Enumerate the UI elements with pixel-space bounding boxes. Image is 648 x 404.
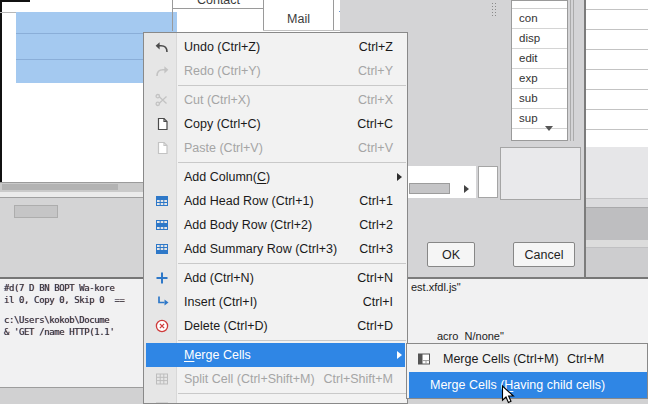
dialog-hscroll-thumb[interactable]: [409, 183, 450, 194]
menu-item-shortcut: Ctrl+X: [358, 93, 393, 107]
menu-item-insert[interactable]: Insert (Ctrl+I)Ctrl+I: [146, 290, 405, 314]
add-head-row-icon: [146, 193, 178, 209]
menu-item-label: Paste (Ctrl+V): [184, 141, 263, 155]
console-log-fragment: est.xfdl.js": [411, 281, 461, 293]
submenu-item-label: Merge Cells (Having child cells): [430, 378, 605, 392]
submenu-item-label: Merge Cells (Ctrl+M): [443, 352, 559, 366]
cancel-button[interactable]: Cancel: [513, 242, 575, 267]
table-context-menu: Undo (Ctrl+Z)Ctrl+ZRedo (Ctrl+Y)Ctrl+YCu…: [143, 32, 408, 404]
property-listbox: condispeditexpsubsup: [511, 0, 568, 141]
background-band: [586, 247, 648, 278]
menu-separator: [178, 85, 406, 86]
menu-item-label: Add Head Row (Ctrl+1): [184, 194, 314, 208]
canvas-edge-top: [0, 0, 30, 2]
listbox-item-sup[interactable]: sup: [512, 109, 567, 129]
menu-separator: [178, 162, 406, 163]
header-cell-mail[interactable]: Mail: [264, 0, 333, 31]
console-log-line: c:\Users\kokob\Docume: [4, 315, 109, 325]
ok-button[interactable]: OK: [427, 242, 475, 267]
menu-item-paste[interactable]: Paste (Ctrl+V)Ctrl+V: [146, 136, 405, 160]
menu-item-same-width[interactable]: Same Width (Ctrl+W)Ctrl+W: [146, 396, 405, 404]
add-body-row-icon: [146, 217, 178, 233]
listbox-item-con[interactable]: con: [512, 9, 567, 29]
grid-line: [333, 0, 334, 31]
listbox-scrollbar[interactable]: [570, 0, 574, 141]
menu-item-add[interactable]: Add (Ctrl+N)Ctrl+N: [146, 266, 405, 290]
listbox-item-edit[interactable]: edit: [512, 49, 567, 69]
menu-separator: [178, 263, 406, 264]
header-cell-contact[interactable]: Contact: [174, 0, 263, 8]
redo-icon: [146, 63, 178, 79]
paste-icon: [146, 140, 178, 156]
menu-item-undo[interactable]: Undo (Ctrl+Z)Ctrl+Z: [146, 35, 405, 59]
submenu-arrow-icon: [397, 351, 402, 359]
background-band: [586, 198, 648, 207]
background-grid-rows: [586, 0, 648, 147]
submenu-item-merge-cells-ctrl-m[interactable]: Merge Cells (Ctrl+M)Ctrl+M: [409, 346, 645, 372]
mail-header-label: Mail: [287, 12, 310, 26]
menu-item-split-cell[interactable]: Split Cell (Ctrl+Shift+M)Ctrl+Shift+M: [146, 367, 405, 391]
listbox-item-exp[interactable]: exp: [512, 69, 567, 89]
scroll-right-arrow-icon[interactable]: [464, 185, 469, 193]
menu-item-merge-cells[interactable]: Merge Cells: [146, 343, 405, 367]
menu-item-delete[interactable]: Delete (Ctrl+D)Ctrl+D: [146, 314, 405, 338]
listbox-item-disp[interactable]: disp: [512, 29, 567, 49]
menu-item-copy[interactable]: Copy (Ctrl+C)Ctrl+C: [146, 112, 405, 136]
console-log-block: #d(7 D BN BOPT Wa-koreil 0, Copy 0, Skip…: [3, 280, 143, 386]
dialog-cell: [478, 166, 498, 198]
menu-item-shortcut: Ctrl+C: [357, 117, 393, 131]
app-window: Contact Mail #d(7 D BN BOPT Wa-koreil 0,…: [0, 0, 648, 404]
menu-item-shortcut: Ctrl+1: [359, 194, 393, 208]
bottom-pane-tab[interactable]: [14, 205, 58, 218]
undo-icon: [146, 39, 178, 55]
menu-item-label: Add Body Row (Ctrl+2): [184, 218, 312, 232]
submenu-item-shortcut: Ctrl+M: [567, 352, 604, 366]
merge-cells-submenu: Merge Cells (Ctrl+M)Ctrl+MMerge Cells (H…: [406, 343, 648, 399]
menu-separator: [178, 340, 406, 341]
console-log-fragment: acro N/none": [437, 330, 504, 342]
menu-item-label: Merge Cells: [184, 348, 251, 362]
grid-line: [0, 12, 16, 13]
background-band-dark: [586, 207, 648, 240]
grid-line: [172, 0, 173, 31]
grid-line: [173, 8, 264, 9]
insert-icon: [146, 294, 178, 310]
cut-icon: [146, 92, 178, 108]
submenu-item-merge-cells-having-child-cells[interactable]: Merge Cells (Having child cells): [409, 372, 647, 398]
menu-item-shortcut: Ctrl+N: [357, 271, 393, 285]
copy-icon: [146, 116, 178, 132]
background-band: [586, 147, 648, 198]
submenu-arrow-icon: [397, 173, 402, 181]
console-log-line: il 0, Copy 0, Skip 0 ==: [4, 295, 129, 305]
mouse-cursor: [501, 385, 516, 404]
menu-item-add-body-row[interactable]: Add Body Row (Ctrl+2)Ctrl+2: [146, 213, 405, 237]
menu-item-label: Add (Ctrl+N): [184, 271, 254, 285]
menu-item-shortcut: Ctrl+I: [363, 295, 393, 309]
menu-item-shortcut: Ctrl+D: [357, 319, 393, 333]
menu-item-shortcut: Ctrl+Y: [358, 64, 393, 78]
canvas-edge-left: [0, 0, 2, 190]
menu-item-shortcut: Ctrl+Z: [359, 40, 393, 54]
add-summary-row-icon: [146, 241, 178, 257]
menu-item-shortcut: Ctrl+3: [359, 242, 393, 256]
background-band: [586, 240, 648, 247]
menu-item-cut[interactable]: Cut (Ctrl+X)Ctrl+X: [146, 88, 405, 112]
menu-item-add-head-row[interactable]: Add Head Row (Ctrl+1)Ctrl+1: [146, 189, 405, 213]
menu-item-label: Split Cell (Ctrl+Shift+M): [184, 372, 315, 386]
listbox-clipped-row: [512, 1, 567, 9]
merge-cells-icon: [415, 351, 433, 367]
menu-item-redo[interactable]: Redo (Ctrl+Y)Ctrl+Y: [146, 59, 405, 83]
add-icon: [146, 270, 178, 286]
menu-item-label: Redo (Ctrl+Y): [184, 64, 261, 78]
table-icon: [146, 400, 178, 404]
menu-item-add-column[interactable]: Add Column(C): [146, 165, 405, 189]
scroll-more-caret-icon[interactable]: [545, 126, 553, 131]
hscrollbar-thumb[interactable]: [2, 184, 118, 190]
menu-item-shortcut: Ctrl+V: [358, 141, 393, 155]
menu-item-label: Undo (Ctrl+Z): [184, 40, 260, 54]
menu-item-add-summary-row[interactable]: Add Summary Row (Ctrl+3)Ctrl+3: [146, 237, 405, 261]
listbox-item-sub[interactable]: sub: [512, 89, 567, 109]
menu-item-label: Add Column(C): [184, 170, 270, 184]
drag-grip-icon[interactable]: [491, 2, 497, 18]
console-log-line: #d(7 D BN BOPT Wa-kore: [4, 283, 114, 293]
